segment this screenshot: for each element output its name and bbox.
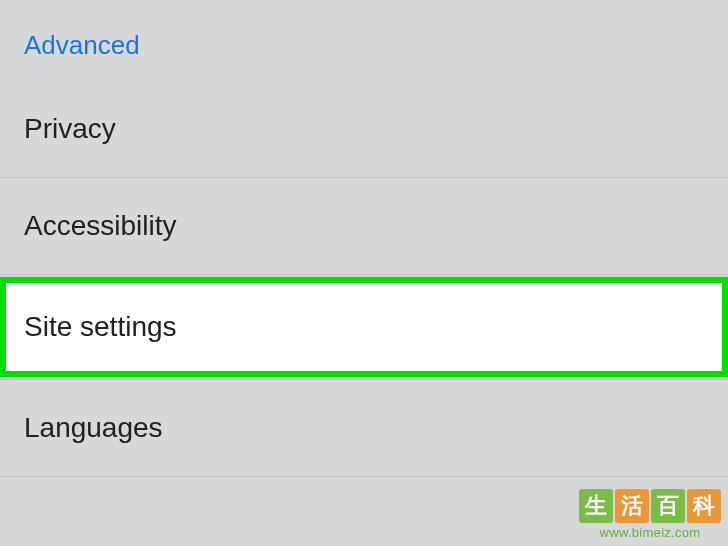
settings-item-languages[interactable]: Languages [0, 380, 728, 476]
divider [0, 476, 728, 477]
watermark-char: 科 [687, 489, 721, 523]
watermark-url: www.bimeiz.com [600, 525, 701, 540]
watermark-char: 活 [615, 489, 649, 523]
watermark-char: 百 [651, 489, 685, 523]
highlight-box: Site settings [0, 277, 728, 377]
watermark-chars: 生 活 百 科 [579, 489, 721, 523]
settings-item-accessibility[interactable]: Accessibility [0, 178, 728, 274]
section-header-advanced: Advanced [0, 0, 728, 81]
watermark: 生 活 百 科 www.bimeiz.com [572, 482, 728, 546]
settings-item-site-settings[interactable]: Site settings [6, 283, 722, 371]
watermark-char: 生 [579, 489, 613, 523]
divider [0, 274, 728, 275]
settings-item-privacy[interactable]: Privacy [0, 81, 728, 177]
